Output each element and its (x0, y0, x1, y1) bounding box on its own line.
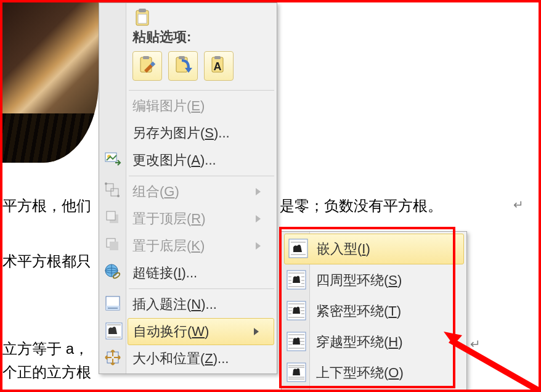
submenu-item-wrap-top-and-bottom[interactable]: 上下型环绕(O) (283, 357, 465, 388)
svg-point-15 (105, 182, 107, 185)
caption-icon (104, 295, 124, 314)
menu-item-bring-to-front[interactable]: 置于顶层(R) (100, 205, 275, 232)
menu-item-insert-caption[interactable]: 插入题注(N)... (100, 291, 275, 318)
svg-rect-7 (179, 56, 185, 59)
paragraph-mark-icon: ↵ (470, 337, 481, 351)
menu-label: 编辑图片(E) (132, 97, 261, 115)
document-text: 术平方根都只 (2, 251, 91, 271)
svg-rect-18 (107, 211, 115, 220)
document-text: 平方根，他们 (2, 196, 91, 216)
wrap-inline-icon (288, 239, 309, 259)
clipboard-paste-icon (132, 8, 270, 28)
selected-image[interactable] (2, 2, 99, 163)
svg-point-16 (117, 195, 120, 197)
document-text: 立方等于 a， (2, 339, 89, 359)
submenu-label: 嵌入型(I) (317, 240, 370, 258)
paste-merge-formatting[interactable] (168, 51, 198, 81)
menu-label: 组合(G) (132, 182, 256, 201)
submenu-item-wrap-inline[interactable]: 嵌入型(I) (284, 234, 464, 264)
paragraph-mark-icon: ↵ (513, 197, 524, 212)
svg-rect-4 (143, 56, 149, 59)
wrap-topbottom-icon (287, 362, 307, 383)
send-back-icon (104, 236, 124, 256)
clipboard-brush-icon (137, 55, 158, 76)
menu-label: 大小和位置(Z)... (132, 349, 261, 368)
submenu-arrow-icon (256, 242, 261, 250)
menu-item-save-as-picture[interactable]: 另存为图片(S)... (100, 120, 275, 147)
wrap-text-submenu: 嵌入型(I) 四周型环绕(S) 紧密型环绕(T) 穿越型环绕(H) 上下型环绕(… (281, 231, 467, 390)
svg-rect-13 (106, 184, 113, 191)
group-icon (104, 182, 124, 202)
paste-options-label: 粘贴选项: (132, 29, 191, 44)
submenu-arrow-icon (256, 215, 261, 223)
clipboard-arrow-icon (173, 55, 193, 76)
hyperlink-icon (104, 263, 124, 283)
document-text: 是零；负数没有平方根。 (280, 196, 442, 216)
menu-label: 自动换行(W) (133, 322, 254, 341)
paste-text-only[interactable]: A (204, 51, 234, 81)
size-position-icon (104, 349, 124, 369)
svg-rect-9 (214, 56, 221, 59)
menu-item-wrap-text[interactable]: 自动换行(W) (128, 318, 274, 345)
submenu-item-wrap-tight[interactable]: 紧密型环绕(T) (283, 296, 465, 327)
menu-item-hyperlink[interactable]: 超链接(I)... (100, 259, 275, 287)
menu-label: 置于顶层(R) (132, 210, 256, 228)
submenu-label: 上下型环绕(O) (316, 364, 404, 382)
change-picture-icon (104, 150, 124, 170)
wrap-square-icon (287, 270, 307, 291)
submenu-arrow-icon (256, 188, 261, 195)
picture-context-menu: 粘贴选项: A 编辑图片(E) 另存为图片(S)... 更改图片(A)... (99, 2, 277, 374)
paste-options-header: 粘贴选项: (100, 4, 275, 49)
paste-keep-source-formatting[interactable] (132, 51, 162, 81)
wrap-text-icon (105, 322, 124, 341)
menu-label: 超链接(I)... (132, 264, 261, 282)
submenu-item-wrap-square[interactable]: 四周型环绕(S) (283, 265, 465, 296)
clipboard-letter-a-icon: A (208, 55, 229, 76)
menu-item-edit-picture[interactable]: 编辑图片(E) (100, 92, 275, 120)
svg-text:A: A (214, 60, 222, 73)
menu-label: 置于底层(K) (132, 237, 256, 255)
bring-front-icon (104, 209, 124, 229)
menu-label: 另存为图片(S)... (132, 124, 261, 142)
submenu-label: 紧密型环绕(T) (316, 302, 401, 321)
menu-item-size-and-position[interactable]: 大小和位置(Z)... (100, 345, 275, 372)
submenu-arrow-icon (254, 328, 259, 335)
svg-rect-20 (110, 242, 118, 250)
submenu-label: 穿越型环绕(H) (316, 333, 403, 351)
submenu-label: 四周型环绕(S) (316, 271, 402, 290)
svg-rect-2 (138, 14, 147, 23)
svg-rect-1 (139, 9, 146, 12)
menu-item-change-picture[interactable]: 更改图片(A)... (100, 147, 275, 174)
wrap-through-icon (287, 332, 307, 353)
svg-rect-14 (111, 189, 118, 196)
menu-item-group[interactable]: 组合(G) (100, 178, 275, 205)
menu-label: 更改图片(A)... (132, 151, 261, 169)
menu-label: 插入题注(N)... (132, 295, 261, 314)
wrap-tight-icon (287, 301, 307, 322)
document-text: 个正的立方根 (2, 362, 91, 382)
submenu-item-wrap-through[interactable]: 穿越型环绕(H) (283, 327, 465, 357)
menu-item-send-to-back[interactable]: 置于底层(K) (100, 232, 275, 259)
